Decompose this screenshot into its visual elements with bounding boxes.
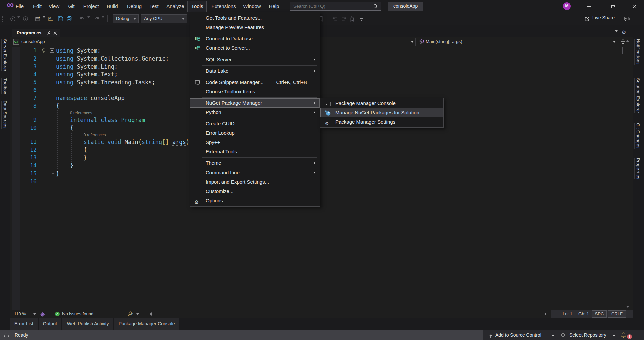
menubar-item-project[interactable]: Project <box>80 1 103 12</box>
close-tab-icon[interactable] <box>53 31 57 37</box>
toolbar-grip[interactable] <box>2 15 5 22</box>
next-bookmark-icon[interactable] <box>341 16 347 23</box>
search-input[interactable] <box>290 2 370 10</box>
navigate-backward-icon[interactable] <box>10 16 16 23</box>
undo-dropdown-icon[interactable] <box>87 18 90 24</box>
menu-item-nuget-package-manager[interactable]: NuGet Package Manager <box>190 98 320 108</box>
health-check-icon[interactable]: ✓ <box>55 312 60 316</box>
lightbulb-icon[interactable] <box>39 48 49 53</box>
scrollbar-down-icon[interactable] <box>626 306 629 308</box>
add-to-source-control-caret-icon[interactable] <box>551 334 555 336</box>
menu-item-manage-nuget-packages-for-solution[interactable]: Manage NuGet Packages for Solution... <box>320 108 443 117</box>
dock-tab-toolbox[interactable]: Toolbox <box>3 78 8 94</box>
menu-item-code-snippets-manager[interactable]: Code Snippets Manager...Ctrl+K, Ctrl+B <box>190 78 320 87</box>
breadcrumb-member-caret-icon[interactable] <box>613 41 616 43</box>
restore-button[interactable] <box>604 0 622 12</box>
menubar-item-analyze[interactable]: Analyze <box>163 1 188 12</box>
menu-item-import-and-export-settings[interactable]: Import and Export Settings... <box>190 177 320 187</box>
menubar-item-build[interactable]: Build <box>103 1 121 12</box>
tab-options-gear-icon[interactable]: ⚙ <box>622 29 626 35</box>
new-project-dropdown-icon[interactable] <box>43 18 45 24</box>
encoding-indicator[interactable]: SPC <box>592 310 607 318</box>
menu-item-connect-to-server[interactable]: Connect to Server... <box>190 43 320 53</box>
close-button[interactable] <box>625 0 644 12</box>
menu-item-create-guid[interactable]: Create GUID <box>190 119 320 128</box>
issues-status-label[interactable]: No issues found <box>62 310 93 318</box>
pin-tab-icon[interactable] <box>46 31 51 37</box>
menubar-item-window[interactable]: Window <box>239 1 264 12</box>
menu-item-spy[interactable]: Spy++ <box>190 138 320 147</box>
scrollbar-up-icon[interactable] <box>626 40 629 42</box>
menu-item-package-manager-settings[interactable]: ⚙Package Manager Settings <box>320 117 443 127</box>
redo-dropdown-icon[interactable] <box>102 18 104 24</box>
panel-tab-web-publish-activity[interactable]: Web Publish Activity <box>62 318 113 330</box>
save-all-icon[interactable] <box>66 16 73 23</box>
fold-collapse-toggle[interactable] <box>50 118 54 122</box>
menu-item-options[interactable]: ⚙Options... <box>190 196 320 205</box>
select-repository-caret-icon[interactable] <box>612 334 616 336</box>
search-icon[interactable] <box>373 4 378 10</box>
panel-tab-output[interactable]: Output <box>39 318 61 330</box>
breadcrumb-project-dropdown[interactable]: consoleApp <box>21 39 45 44</box>
menu-item-external-tools[interactable]: External Tools... <box>190 147 320 156</box>
menu-item-manage-preview-features[interactable]: Manage Preview Features <box>190 23 320 32</box>
navigate-backward-dropdown-icon[interactable] <box>17 18 20 24</box>
user-avatar[interactable]: M <box>563 2 571 10</box>
menubar-item-git[interactable]: Git <box>64 1 78 12</box>
dock-tab-notifications[interactable]: Notifications <box>636 39 641 65</box>
menubar-item-file[interactable]: File <box>12 1 27 12</box>
menu-item-get-tools-and-features[interactable]: Get Tools and Features... <box>190 13 320 23</box>
live-share-button[interactable]: Live Share <box>592 15 615 20</box>
minimize-button[interactable] <box>579 0 598 12</box>
toolbar-overflow-icon[interactable] <box>360 17 364 23</box>
dock-tab-git-changes[interactable]: Git Changes <box>636 123 641 149</box>
menu-item-command-line[interactable]: Command Line <box>190 168 320 177</box>
codelens-references[interactable]: 0 references <box>55 111 92 115</box>
menu-item-connect-to-database[interactable]: Connect to Database... <box>190 34 320 43</box>
menubar-item-tools[interactable]: Tools <box>187 1 207 12</box>
new-project-icon[interactable] <box>35 16 41 23</box>
codelens-references[interactable]: 0 references <box>55 133 106 137</box>
add-to-source-control-button[interactable]: Add to Source Control <box>495 330 541 340</box>
menu-item-theme[interactable]: Theme <box>190 158 320 168</box>
solution-configuration-dropdown[interactable]: Debug <box>113 14 139 23</box>
hscroll-left-icon[interactable] <box>150 312 152 316</box>
zoom-dropdown[interactable]: 110 % <box>14 310 26 318</box>
open-file-icon[interactable] <box>48 16 54 23</box>
menu-item-customize[interactable]: Customize... <box>190 187 320 196</box>
previous-bookmark-icon[interactable] <box>332 16 338 23</box>
notifications-bell-icon[interactable] <box>620 332 627 340</box>
clear-bookmarks-icon[interactable] <box>349 16 355 23</box>
save-icon[interactable] <box>58 16 63 23</box>
menu-item-data-lake[interactable]: Data Lake <box>190 66 320 76</box>
menu-item-sql-server[interactable]: SQL Server <box>190 55 320 64</box>
menu-item-python[interactable]: Python <box>190 108 320 117</box>
notification-badge[interactable]: 1 <box>627 334 632 339</box>
menubar-item-debug[interactable]: Debug <box>123 1 145 12</box>
hscroll-right-icon[interactable] <box>545 312 547 316</box>
menubar-item-help[interactable]: Help <box>265 1 283 12</box>
dock-tab-data-sources[interactable]: Data Sources <box>3 101 8 129</box>
feedback-icon[interactable] <box>624 16 630 23</box>
add-to-source-control-icon[interactable] <box>488 332 493 340</box>
line-ending-indicator[interactable]: CRLF <box>608 310 626 318</box>
panel-tab-error-list[interactable]: Error List <box>10 318 38 330</box>
solution-name-button[interactable]: consoleApp <box>388 2 423 11</box>
fold-collapse-toggle[interactable] <box>50 140 54 144</box>
background-tasks-icon[interactable] <box>4 333 9 337</box>
panel-tab-package-manager-console[interactable]: Package Manager Console <box>114 318 179 330</box>
navigate-forward-icon[interactable] <box>23 16 28 23</box>
select-repository-button[interactable]: Select Repository <box>569 330 606 340</box>
redo-icon[interactable] <box>94 16 100 23</box>
menubar-item-view[interactable]: View <box>45 1 63 12</box>
undo-icon[interactable] <box>79 16 85 23</box>
live-share-icon[interactable] <box>584 16 590 23</box>
dock-tab-solution-explorer[interactable]: Solution Explorer <box>636 78 641 113</box>
menubar-item-edit[interactable]: Edit <box>29 1 45 12</box>
breadcrumb-project-caret-icon[interactable] <box>411 41 414 43</box>
menu-item-package-manager-console[interactable]: Package Manager Console <box>320 99 443 108</box>
menu-item-error-lookup[interactable]: Error Lookup <box>190 128 320 138</box>
dock-tab-properties[interactable]: Properties <box>636 158 641 179</box>
breadcrumb-member-dropdown[interactable]: Main(string[] args) <box>426 39 462 44</box>
fold-collapse-toggle[interactable] <box>50 96 54 100</box>
